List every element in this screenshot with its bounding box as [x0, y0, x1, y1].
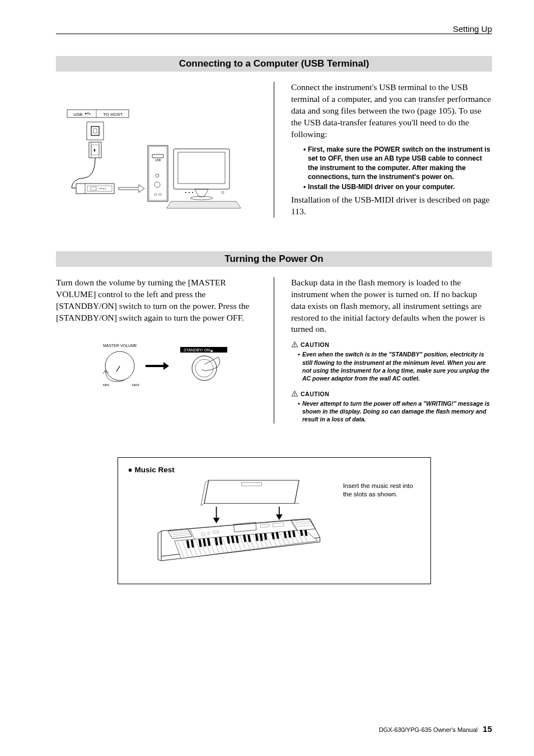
section1-title: Connecting to a Computer (USB Terminal) [56, 56, 492, 72]
svg-rect-46 [241, 482, 261, 486]
page-footer: DGX-630/YPG-635 Owner's Manual 15 [379, 724, 492, 734]
svg-rect-22 [159, 194, 161, 195]
music-rest-note: Insert the music rest into the slots as … [343, 482, 420, 499]
svg-rect-21 [154, 194, 157, 195]
svg-rect-24 [178, 152, 225, 184]
svg-point-41 [195, 359, 213, 377]
svg-text:STANDBY/     ON: STANDBY/ ON [184, 348, 210, 352]
svg-point-20 [154, 182, 160, 187]
column-separator-2 [274, 277, 274, 424]
warning-icon [291, 341, 298, 348]
svg-rect-14 [91, 187, 96, 190]
svg-rect-23 [174, 149, 229, 189]
caution-label: CAUTION [301, 341, 329, 348]
header-rule [56, 34, 492, 34]
section1-bullets: First, make sure the POWER switch on the… [291, 145, 492, 192]
section1-after: Installation of the USB-MIDI driver is d… [291, 194, 492, 218]
svg-point-25 [185, 192, 186, 193]
svg-point-28 [222, 191, 224, 194]
music-rest-box: ● Music Rest [118, 457, 431, 584]
caution-label: CAUTION [301, 391, 329, 397]
svg-rect-17 [152, 154, 163, 158]
section1-figure-col: USB TO HOST ⬍ [56, 82, 257, 218]
svg-rect-7 [93, 129, 97, 133]
footer-manual: DGX-630/YPG-635 Owner's Manual [379, 726, 477, 733]
svg-text:USB: USB [73, 112, 82, 117]
caution-2-text: Never attempt to turn the power off when… [291, 400, 492, 424]
section1-text-col: Connect the instrument's USB terminal to… [291, 82, 492, 218]
svg-point-19 [156, 174, 159, 177]
column-separator [274, 82, 274, 218]
section2-layout: Turn down the volume by turning the [MAS… [56, 277, 492, 424]
usb-diagram: USB TO HOST ⬍ [56, 98, 257, 213]
section2-left-col: Turn down the volume by turning the [MAS… [56, 277, 257, 424]
section2-title: Turning the Power On [56, 251, 492, 267]
svg-point-45 [294, 395, 295, 396]
master-volume-label: MASTER VOLUME [103, 344, 137, 348]
music-rest-title: ● Music Rest [128, 466, 420, 474]
caution-1-header: CAUTION [291, 341, 329, 348]
svg-point-43 [294, 346, 295, 346]
bullet-2: Install the USB-MIDI driver on your comp… [303, 182, 492, 191]
warning-icon [291, 390, 298, 397]
section2-right-intro: Backup data in the flash memory is loade… [291, 277, 492, 336]
svg-text:TO HOST: TO HOST [103, 112, 123, 117]
svg-point-27 [192, 192, 193, 193]
svg-rect-11 [76, 184, 114, 194]
caution-1-text: Even when the switch is in the "STANDBY"… [291, 350, 492, 382]
svg-text:MIN: MIN [103, 383, 109, 387]
svg-point-26 [189, 192, 190, 193]
svg-rect-5 [87, 122, 104, 140]
power-diagram: MASTER VOLUME MIN MAX STANDBY/ ON [56, 339, 257, 401]
section1-intro: Connect the instrument's USB terminal to… [291, 82, 492, 140]
chapter-title: Setting Up [56, 24, 492, 34]
section2-right-col: Backup data in the flash memory is loade… [291, 277, 492, 424]
svg-rect-15 [148, 145, 168, 201]
svg-text:USB: USB [155, 158, 161, 162]
section1-layout: USB TO HOST ⬍ [56, 82, 492, 218]
music-rest-diagram [128, 477, 338, 572]
svg-text:MAX: MAX [132, 383, 139, 387]
svg-text:⬍: ⬍ [93, 148, 96, 152]
caution-2-header: CAUTION [291, 390, 329, 397]
section2-left-text: Turn down the volume by turning the [MAS… [56, 277, 257, 324]
bullet-1: First, make sure the POWER switch on the… [303, 145, 492, 182]
svg-rect-6 [91, 126, 99, 135]
footer-page: 15 [483, 724, 492, 734]
svg-point-40 [192, 356, 217, 381]
